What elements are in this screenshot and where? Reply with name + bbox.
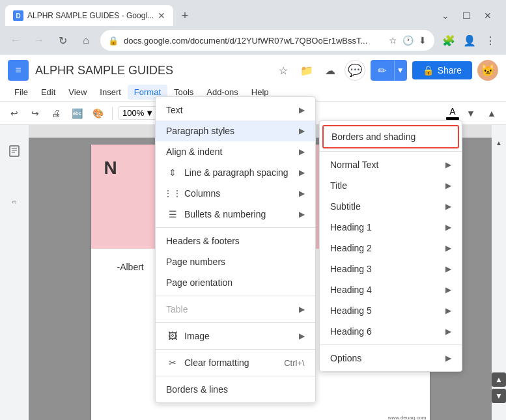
star-button[interactable]: ☆ (274, 61, 292, 79)
print-button[interactable]: 🖨 (47, 104, 65, 122)
ruler-left-space (0, 125, 29, 138)
browser-actions: 🧩 👤 ⋮ (440, 31, 499, 49)
folder-button[interactable]: 📁 (298, 61, 316, 79)
zoom-control[interactable]: 100% ▼ (118, 106, 158, 120)
refresh-button[interactable]: ↻ (53, 31, 72, 49)
edit-pencil-icon: ✏ (371, 60, 394, 81)
collapse-button[interactable]: ▲ (483, 104, 501, 122)
spacing-arrow-icon: ▶ (299, 168, 305, 177)
nav-down-button[interactable]: ▼ (492, 389, 506, 403)
para-options-item[interactable]: Options ▶ (320, 348, 462, 369)
window-controls: ⌄ ☐ ✕ (438, 8, 501, 23)
color-bar (446, 117, 459, 120)
left-sidebar: 3 (0, 138, 29, 420)
forward-button[interactable]: → (30, 31, 48, 49)
lock-icon: 🔒 (108, 36, 119, 46)
url-text: docs.google.com/document/d/12YUfWR07wL7Q… (124, 36, 384, 46)
para-separator-top (320, 151, 462, 152)
para-heading3-item[interactable]: Heading 3 ▶ (320, 259, 462, 279)
format-page-orientation-item[interactable]: Page orientation (156, 272, 315, 293)
download-icon[interactable]: ⬇ (419, 35, 427, 46)
share-label: Share (438, 65, 462, 76)
format-borders-lines-item[interactable]: Borders & lines (156, 379, 315, 400)
close-window-button[interactable]: ✕ (480, 8, 496, 23)
menu-view[interactable]: View (62, 85, 93, 100)
docs-title: ALPHR SAMPLE GUIDES (35, 64, 268, 77)
para-heading6-item[interactable]: Heading 6 ▶ (320, 321, 462, 342)
format-bullets-item[interactable]: ☰ Bullets & numbering ▶ (156, 204, 315, 225)
address-bar[interactable]: 🔒 docs.google.com/document/d/12YUfWR07wL… (100, 30, 434, 51)
more-button[interactable]: ⋮ (481, 31, 499, 49)
tab-close-button[interactable]: ✕ (158, 10, 165, 21)
active-tab[interactable]: D ALPHR SAMPLE GUIDES - Googl... ✕ (5, 5, 173, 26)
text-color-button[interactable]: A (446, 106, 459, 120)
tab-favicon: D (13, 10, 23, 21)
format-align-item[interactable]: Align & indent ▶ (156, 141, 315, 162)
format-spacing-item[interactable]: ⇕ Line & paragraph spacing ▶ (156, 162, 315, 183)
tab-bar: D ALPHR SAMPLE GUIDES - Googl... ✕ + ⌄ ☐… (0, 0, 506, 26)
format-headers-item[interactable]: Headers & footers (156, 231, 315, 251)
edit-mode-arrow[interactable]: ▼ (394, 60, 407, 81)
menu-insert[interactable]: Insert (93, 85, 128, 100)
para-heading4-item[interactable]: Heading 4 ▶ (320, 279, 462, 300)
page-icon-svg (8, 145, 21, 158)
share-button[interactable]: 🔒 Share (412, 61, 472, 79)
image-icon: 🖼 (166, 331, 179, 341)
edit-mode-button[interactable]: ✏ ▼ (371, 60, 407, 81)
h1-arrow: ▶ (445, 223, 451, 232)
para-title-item[interactable]: Title ▶ (320, 175, 462, 196)
profile-button[interactable]: 👤 (460, 31, 479, 49)
separator-2 (156, 296, 315, 296)
format-columns-item[interactable]: ⋮⋮ Columns ▶ (156, 183, 315, 204)
watermark: www.deuaq.com (386, 414, 429, 420)
borders-shading-label: Borders and shading (331, 132, 450, 142)
cloud-button[interactable]: ☁ (321, 61, 339, 79)
clear-icon: ✂ (166, 357, 179, 368)
paint-format-button[interactable]: 🎨 (89, 104, 107, 122)
format-clear-item[interactable]: ✂ Clear formatting Ctrl+\ (156, 352, 315, 373)
ruler-right-space (492, 125, 506, 138)
para-heading5-item[interactable]: Heading 5 ▶ (320, 300, 462, 321)
subtitle-arrow: ▶ (445, 202, 451, 211)
h2-arrow: ▶ (445, 244, 451, 253)
para-subtitle-item[interactable]: Subtitle ▶ (320, 196, 462, 217)
home-button[interactable]: ⌂ (77, 31, 95, 49)
borders-shading-item[interactable]: Borders and shading (322, 125, 459, 148)
nav-up-button[interactable]: ▲ (492, 372, 506, 387)
paragraph-styles-dropdown: Borders and shading Normal Text ▶ Title … (319, 120, 462, 372)
new-tab-button[interactable]: + (176, 7, 194, 25)
format-page-numbers-item[interactable]: Page numbers (156, 251, 315, 272)
bookmark-icon[interactable]: ☆ (389, 35, 397, 46)
format-table-item: Table ▶ (156, 299, 315, 320)
bottom-nav-buttons: ▲ ▼ (492, 372, 506, 403)
normal-text-arrow: ▶ (445, 160, 451, 169)
format-image-item[interactable]: 🖼 Image ▶ (156, 326, 315, 346)
history-icon[interactable]: 🕐 (402, 35, 414, 46)
para-heading1-item[interactable]: Heading 1 ▶ (320, 217, 462, 238)
menu-edit[interactable]: Edit (35, 85, 62, 100)
para-normal-text-item[interactable]: Normal Text ▶ (320, 154, 462, 175)
scroll-up-button[interactable]: ▲ (496, 139, 502, 147)
back-button[interactable]: ← (7, 31, 25, 49)
h3-arrow: ▶ (445, 264, 451, 273)
page-view-icon[interactable] (4, 141, 25, 161)
extensions-button[interactable]: 🧩 (440, 31, 458, 49)
format-paragraph-styles-item[interactable]: Paragraph styles ▶ (156, 120, 315, 141)
redo-button[interactable]: ↪ (26, 104, 44, 122)
zoom-arrow: ▼ (145, 108, 154, 118)
minimize-button[interactable]: ⌄ (438, 8, 453, 23)
table-arrow-icon: ▶ (299, 305, 305, 314)
undo-button[interactable]: ↩ (5, 104, 23, 122)
docs-title-actions: ☆ 📁 ☁ 💬 ✏ ▼ 🔒 Share 🐱 (274, 60, 498, 81)
format-text-item[interactable]: Text ▶ (156, 100, 315, 120)
maximize-button[interactable]: ☐ (458, 8, 475, 23)
user-avatar[interactable]: 🐱 (477, 60, 498, 81)
para-heading2-item[interactable]: Heading 2 ▶ (320, 238, 462, 259)
menu-file[interactable]: File (8, 85, 35, 100)
image-arrow-icon: ▶ (299, 331, 305, 341)
color-arrow-button[interactable]: ▼ (462, 104, 480, 122)
toolbar-right: A ▼ ▲ (446, 104, 501, 122)
spellcheck-button[interactable]: 🔤 (68, 104, 86, 122)
format-dropdown: Text ▶ Paragraph styles ▶ Align & indent… (155, 96, 316, 403)
comment-button[interactable]: 💬 (344, 60, 365, 81)
